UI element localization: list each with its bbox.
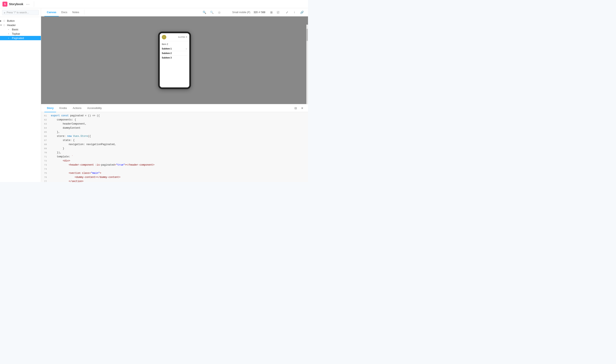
sidebar-item-button[interactable]: ▶ ⬡ Button [0,19,41,23]
zoom-in-icon[interactable]: 🔍 [202,9,207,15]
story-icon: ▪ [8,37,11,39]
sidebar-item-label: Basic [12,28,18,31]
sidebar-item-header[interactable]: ▼ ⬡ Header [0,23,41,27]
share-icon[interactable]: ↑ [292,9,297,15]
sidebar-item-basic[interactable]: ▪ Basic [0,27,41,32]
line-content: </section> [49,179,308,182]
line-number: 75 [41,171,49,175]
sidebar-item-label: Topbar [12,32,20,35]
chevron-right-icon: ▶ [0,20,2,22]
sidebar-item-topbar[interactable]: ▪ Topbar [0,32,41,36]
subitem-3[interactable]: Subitem 3 [162,56,187,60]
scroll-thumb [307,29,308,41]
tab-knobs[interactable]: Knobs [57,104,69,112]
code-line: 75 <section class="main"> [41,171,308,175]
code-line: 69 } [41,146,308,151]
app-container: S Storybook ⋯ ⌀ Press "/" to search... ▶… [0,0,308,182]
line-number: 61 [41,114,49,118]
zoom-out-icon[interactable]: 🔍 [209,9,215,15]
line-number: 76 [41,175,49,179]
search-input[interactable]: ⌀ Press "/" to search... [2,10,39,15]
code-line: 65 }, [41,130,308,134]
chevron-down-icon: ▼ [0,24,2,26]
line-number: 74 [41,167,49,171]
line-content: navigation: navigationPaginated, [49,143,308,146]
line-number: 64 [41,126,49,130]
back-button[interactable]: ← [162,35,166,39]
subitem-label: Subitem 3 [162,57,172,59]
tab-notes[interactable]: Notes [70,8,82,16]
line-content: <dummy-content></dummy-content> [49,175,308,179]
phone-screen: ← SLUITEN ✕ Item 2 Subitem 1 [160,33,189,87]
line-content: export const paginated = () => ({ [49,114,308,118]
tab-story[interactable]: Story [44,104,56,112]
swap-icon[interactable]: ⇄ [258,11,260,13]
code-line: 63 headerComponent, [41,122,308,126]
check-icon[interactable]: ☑ [275,9,281,15]
code-line: 61export const paginated = () => ({ [41,114,308,118]
code-line: 71 template: ` [41,155,308,159]
line-number: 77 [41,179,49,182]
link-icon[interactable]: 🔗 [299,9,305,15]
grid-icon[interactable]: ⊞ [268,9,274,15]
dimension-area: 320 ⇄ 568 [254,11,265,14]
line-number: 73 [41,163,49,167]
close-area[interactable]: SLUITEN ✕ [178,36,187,38]
line-number: 70 [41,151,49,155]
line-content: <div> [49,159,308,163]
code-line: 70 }), [41,151,308,155]
search-bar: ⌀ Press "/" to search... [0,8,41,17]
scroll-track [306,25,308,104]
phone-mockup: ← SLUITEN ✕ Item 2 Subitem 1 [158,32,191,89]
line-number: 62 [41,118,49,122]
item-label: Item 2 [162,43,187,45]
panel-close-icon[interactable]: ✕ [300,106,305,111]
phone-content: Item 2 Subitem 1 → Subitem 2 Subitem 3 [160,41,189,87]
line-content: template: ` [49,155,308,159]
toolbar-controls: 🔍 🔍 ◎ Small mobile (P) 320 ⇄ 568 ⊞ ☑ ⤢ [202,8,305,16]
story-icon: ▪ [8,28,11,31]
zoom-reset-icon[interactable]: ◎ [216,9,222,15]
code-line: 64 dummyContent [41,126,308,130]
viewport-label: Small mobile (P) [231,11,252,14]
nav-tree: ▶ ⬡ Button ▼ ⬡ Header ▪ Basic ▪ To [0,17,41,182]
code-area: 61export const paginated = () => ({62 co… [41,112,308,182]
line-number: 66 [41,134,49,138]
storybook-logo-icon: S [2,2,7,7]
line-number: 67 [41,138,49,143]
component-icon: ⬡ [3,20,6,22]
search-icon: ⌀ [4,11,5,14]
code-line: 76 <dummy-content></dummy-content> [41,175,308,179]
sidebar-item-label: Header [7,24,16,27]
code-line: 66 store: new Vuex.Store({ [41,134,308,138]
tab-actions[interactable]: Actions [70,104,84,112]
code-line: 62 components: { [41,118,308,122]
toolbar-tabs: Canvas Docs Notes 🔍 🔍 ◎ Small mobile (P)… [41,8,308,16]
tab-canvas[interactable]: Canvas [44,8,59,16]
line-number: 69 [41,146,49,151]
grid-icons: ⊞ ☑ [268,9,281,15]
subitem-label: Subitem 1 [162,48,172,50]
subitem-2[interactable]: Subitem 2 [162,51,187,56]
code-line: 68 navigation: navigationPaginated, [41,143,308,146]
logo-area: S Storybook ⋯ [2,1,34,7]
logo-text: Storybook [9,2,23,6]
story-icon: ▪ [8,33,11,35]
close-label: SLUITEN [178,36,185,38]
panel-actions: ⊟ ✕ [293,106,305,111]
subitem-1[interactable]: Subitem 1 → [162,47,187,51]
menu-dots-button[interactable]: ⋯ [25,1,31,7]
fullscreen-icon[interactable]: ⤢ [284,9,290,15]
top-bar: S Storybook ⋯ [0,0,308,8]
panel-tabs: Story Knobs Actions Accessibility ⊟ ✕ [41,104,308,112]
sidebar-item-label: Paginated [12,37,24,39]
panel-layout-icon[interactable]: ⊟ [293,106,298,111]
tab-docs[interactable]: Docs [59,8,70,16]
line-content: dummyContent [49,126,308,130]
sidebar-item-paginated[interactable]: ▪ Paginated [0,36,41,40]
line-content: }), [49,151,308,155]
line-number: 68 [41,143,49,146]
code-line: 74 [41,167,308,171]
code-line: 77 </section> [41,179,308,182]
tab-accessibility[interactable]: Accessibility [85,104,104,112]
